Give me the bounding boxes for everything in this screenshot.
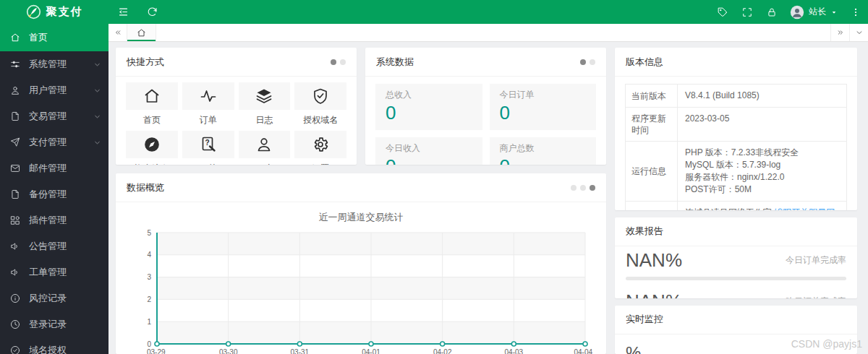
svg-text:5: 5	[147, 229, 151, 237]
version-row: 当前版本V8.4.1 (Build 1085)	[626, 85, 846, 108]
sidebar-item-label: 用户管理	[29, 84, 93, 97]
card-system-data: 系统数据 总收入0今日订单0今日收入0商户总数0	[365, 48, 606, 165]
carousel-dot[interactable]	[580, 185, 586, 191]
chevrons-left-icon	[114, 28, 122, 37]
tabs-dropdown-button[interactable]	[849, 24, 868, 41]
collapse-sidebar-button[interactable]	[109, 0, 137, 24]
sidebar-item-0[interactable]: 首页	[0, 24, 109, 51]
shortcut-1[interactable]: 订单	[182, 82, 234, 128]
sidebar-item-9[interactable]: 工单管理	[0, 259, 109, 285]
tab-home[interactable]	[127, 24, 156, 41]
sidebar-item-11[interactable]: 登录记录	[0, 311, 109, 337]
version-line: V8.4.1 (Build 1085)	[685, 90, 839, 102]
card-realtime-monitor: 实时监控 %	[615, 306, 857, 354]
sidebar-item-7[interactable]: 插件管理	[0, 207, 109, 233]
stat-box: 今日收入0	[375, 137, 482, 165]
right-column: 版本信息 当前版本V8.4.1 (Build 1085)程序更新时间2023-0…	[615, 48, 857, 354]
header-bar: 聚支付 站长	[0, 0, 868, 24]
tabs-scroll-right-button[interactable]	[830, 24, 849, 41]
sidebar-item-label: 首页	[29, 31, 101, 44]
sidebar-item-6[interactable]: 备份管理	[0, 181, 109, 207]
carousel-dot[interactable]	[590, 185, 595, 191]
carousel-dot[interactable]	[571, 185, 576, 191]
version-line: 连城县凌风网络工作室 绵阳耳关明皿网络科技有限公司 广州市小周网络科技有限公司 …	[685, 207, 839, 210]
card-title: 实时监控	[626, 313, 663, 326]
maximize-icon	[742, 7, 752, 17]
carousel-dot[interactable]	[590, 59, 595, 65]
svg-text:04-03: 04-03	[505, 348, 524, 354]
shortcut-7[interactable]: 设置	[294, 131, 346, 165]
shortcut-label: 设置	[294, 163, 346, 165]
sidebar-item-label: 公告管理	[29, 240, 101, 253]
shortcut-4[interactable]: 资金流向	[126, 131, 178, 165]
stat-box: 总收入0	[375, 84, 482, 130]
report-value: NAN%	[626, 249, 682, 272]
tag-button[interactable]	[710, 0, 735, 24]
shortcut-0[interactable]: 首页	[126, 82, 178, 128]
tabs-scroll-left-button[interactable]	[109, 24, 127, 41]
refresh-button[interactable]	[137, 0, 166, 24]
home-icon	[137, 28, 146, 38]
sidebar-item-8[interactable]: 公告管理	[0, 233, 109, 259]
card-title: 快捷方式	[127, 56, 164, 69]
sidebar-item-2[interactable]: 用户管理	[0, 77, 109, 103]
shortcut-5[interactable]: ?工单	[182, 131, 234, 165]
version-label: 当前版本	[626, 85, 678, 107]
card-effect-report: 效果报告 NAN%今日订单完成率NAN%昨日订单完成率	[615, 217, 857, 298]
sidebar-item-label: 工单管理	[29, 266, 101, 279]
shield-check-icon	[294, 82, 346, 110]
report-label: 昨日订单完成率	[786, 295, 846, 298]
version-row: 程序更新时间2023-03-05	[626, 108, 846, 142]
stat-value: 0	[500, 103, 587, 124]
lock-screen-button[interactable]	[760, 0, 784, 24]
card-version-info: 版本信息 当前版本V8.4.1 (Build 1085)程序更新时间2023-0…	[615, 48, 857, 210]
main-content: 快捷方式 首页订单日志授权域名资金流向?工单用户设置 系统数据 总收入0今日订单…	[109, 42, 868, 354]
sidebar-item-1[interactable]: 系统管理	[0, 51, 109, 77]
user-menu[interactable]: 站长	[784, 0, 843, 24]
carousel-dot[interactable]	[580, 59, 586, 65]
rocket-logo-icon	[26, 4, 41, 20]
card-data-overview-header: 数据概览	[116, 173, 606, 202]
clock-icon	[10, 319, 20, 329]
home-icon	[126, 82, 178, 110]
shortcut-6[interactable]: 用户	[239, 131, 291, 165]
check-circle-icon	[10, 345, 20, 354]
sidebar-item-label: 交易管理	[29, 110, 93, 123]
card-title: 版本信息	[626, 56, 663, 69]
sidebar-item-5[interactable]: 邮件管理	[0, 155, 109, 181]
carousel-dot[interactable]	[340, 59, 346, 65]
sidebar-item-10[interactable]: 风控记录	[0, 285, 109, 311]
shortcut-label: 日志	[239, 114, 291, 126]
report-value: NAN%	[626, 290, 682, 298]
user-icon	[10, 85, 20, 95]
tabs-spacer	[156, 24, 830, 41]
shortcut-2[interactable]: 日志	[239, 82, 291, 128]
volume-icon	[10, 267, 20, 277]
file-icon	[10, 111, 20, 121]
svg-text:4: 4	[147, 251, 151, 259]
version-text: MySQL 版本：5.7.39-log	[685, 160, 780, 170]
card-realtime-monitor-header: 实时监控	[615, 306, 857, 334]
sidebar-item-3[interactable]: 交易管理	[0, 103, 109, 129]
sidebar-item-4[interactable]: 支付管理	[0, 129, 109, 155]
fullscreen-button[interactable]	[735, 0, 760, 24]
svg-text:3: 3	[147, 273, 151, 281]
version-row: 运行信息PHP 版本：7.2.33非线程安全MySQL 版本：5.7.39-lo…	[626, 142, 846, 202]
grid-icon	[10, 215, 20, 225]
version-line: MySQL 版本：5.7.39-log	[685, 159, 839, 171]
sidebar-item-12[interactable]: 域名授权	[0, 337, 109, 354]
svg-text:2: 2	[147, 295, 151, 303]
shortcut-label: 首页	[126, 114, 178, 126]
settings-icon	[294, 131, 346, 158]
report-list: NAN%今日订单完成率NAN%昨日订单完成率	[615, 246, 857, 298]
more-menu-button[interactable]	[843, 0, 868, 24]
activity-icon	[182, 82, 234, 110]
shortcut-3[interactable]: 授权域名	[294, 82, 346, 128]
app-logo[interactable]: 聚支付	[0, 0, 109, 24]
shortcut-label: 授权域名	[294, 114, 346, 126]
report-label: 今日订单完成率	[786, 254, 846, 267]
shortcut-label: 资金流向	[126, 163, 178, 165]
version-value: V8.4.1 (Build 1085)	[678, 85, 846, 107]
carousel-dot[interactable]	[331, 59, 336, 65]
stat-value: 0	[386, 103, 472, 124]
